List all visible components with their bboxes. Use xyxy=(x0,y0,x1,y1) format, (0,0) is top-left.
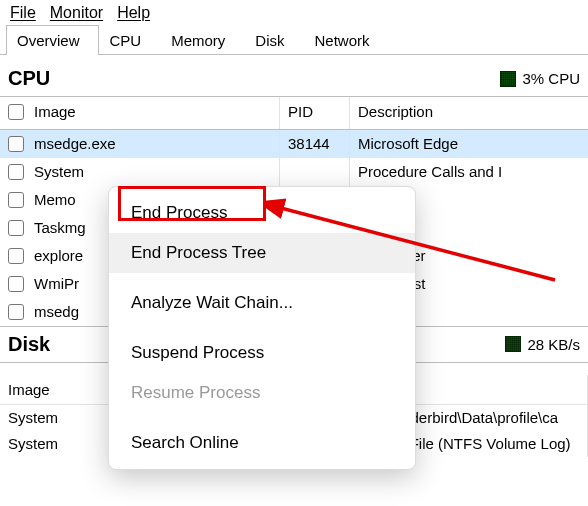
table-row[interactable]: System Procedure Calls and I xyxy=(0,158,588,186)
cpu-columns: Image PID Description xyxy=(0,97,588,130)
disk-led-icon xyxy=(505,336,521,352)
ctx-search-online[interactable]: Search Online xyxy=(109,423,415,463)
ctx-analyze-wait-chain[interactable]: Analyze Wait Chain... xyxy=(109,283,415,323)
menu-monitor[interactable]: Monitor xyxy=(50,4,103,22)
row-checkbox[interactable] xyxy=(8,164,24,180)
tab-cpu[interactable]: CPU xyxy=(99,25,161,55)
menubar: File Monitor Help xyxy=(0,0,588,24)
row-checkbox[interactable] xyxy=(8,220,24,236)
context-menu: End Process End Process Tree Analyze Wai… xyxy=(108,186,416,470)
tabs: Overview CPU Memory Disk Network xyxy=(0,24,588,55)
cpu-stat: 3% CPU xyxy=(500,70,580,87)
row-description: Microsoft Edge xyxy=(350,130,588,158)
row-checkbox[interactable] xyxy=(8,304,24,320)
disk-title: Disk xyxy=(8,333,50,356)
tab-memory[interactable]: Memory xyxy=(160,25,244,55)
col-pid[interactable]: PID xyxy=(280,97,350,129)
ctx-suspend-process[interactable]: Suspend Process xyxy=(109,333,415,373)
cpu-section-header[interactable]: CPU 3% CPU xyxy=(0,61,588,97)
menu-file[interactable]: File xyxy=(10,4,36,22)
row-image: Taskmg xyxy=(34,219,86,236)
row-checkbox[interactable] xyxy=(8,192,24,208)
menu-help[interactable]: Help xyxy=(117,4,150,22)
ctx-separator xyxy=(109,323,415,333)
ctx-end-process-tree[interactable]: End Process Tree xyxy=(109,233,415,273)
col-image[interactable]: Image xyxy=(0,97,280,129)
ctx-separator xyxy=(109,273,415,283)
row-image: Memo xyxy=(34,191,76,208)
row-image: msedg xyxy=(34,303,79,320)
col-description[interactable]: Description xyxy=(350,97,588,129)
disk-stat: 28 KB/s xyxy=(505,336,580,353)
col-image-label: Image xyxy=(34,103,76,120)
tab-network[interactable]: Network xyxy=(304,25,389,55)
row-checkbox[interactable] xyxy=(8,248,24,264)
cpu-title: CPU xyxy=(8,67,50,90)
tab-disk[interactable]: Disk xyxy=(244,25,303,55)
row-checkbox[interactable] xyxy=(8,136,24,152)
ctx-end-process[interactable]: End Process xyxy=(109,193,415,233)
table-row[interactable]: msedge.exe 38144 Microsoft Edge xyxy=(0,130,588,158)
col-image-checkbox[interactable] xyxy=(8,104,24,120)
row-pid: 38144 xyxy=(280,130,350,158)
cpu-led-icon xyxy=(500,71,516,87)
cpu-stat-text: 3% CPU xyxy=(522,70,580,87)
row-description: Procedure Calls and I xyxy=(350,158,588,186)
ctx-separator xyxy=(109,413,415,423)
disk-stat-text: 28 KB/s xyxy=(527,336,580,353)
row-checkbox[interactable] xyxy=(8,276,24,292)
tab-overview[interactable]: Overview xyxy=(6,25,99,55)
row-image: System xyxy=(34,163,84,180)
row-pid xyxy=(280,158,350,186)
ctx-resume-process: Resume Process xyxy=(109,373,415,413)
row-image: msedge.exe xyxy=(34,135,116,152)
row-image: explore xyxy=(34,247,83,264)
row-image: WmiPr xyxy=(34,275,79,292)
